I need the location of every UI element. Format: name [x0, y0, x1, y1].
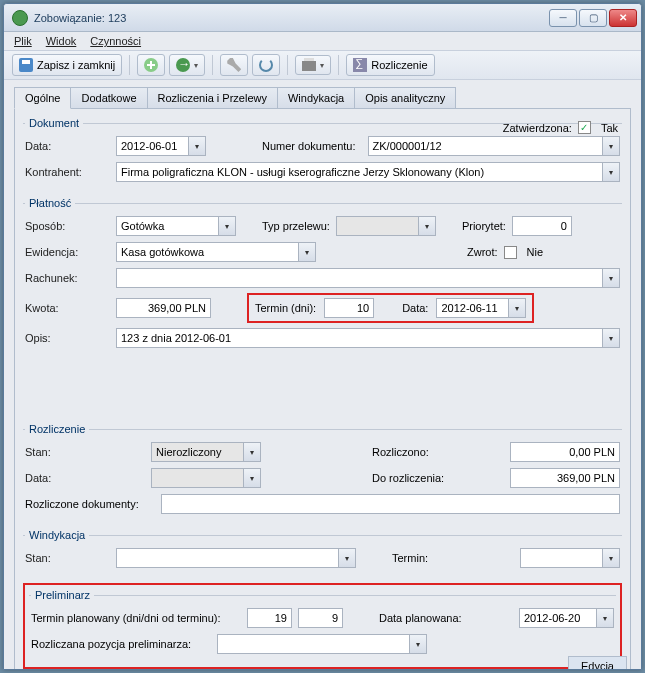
rozliczenie-legend: Rozliczenie: [25, 423, 89, 435]
chevron-down-icon[interactable]: ▾: [418, 217, 435, 235]
tab-rozliczenia[interactable]: Rozliczenia i Przelewy: [147, 87, 278, 109]
termin-label: Termin (dni):: [255, 302, 316, 314]
calc-icon: [353, 58, 367, 72]
tools-button[interactable]: [220, 54, 248, 76]
rozl-dok-label: Rozliczone dokumenty:: [25, 498, 155, 510]
arrow-right-icon: [176, 58, 190, 72]
rachunek-field[interactable]: ▾: [116, 268, 620, 288]
windykacja-legend: Windykacja: [25, 529, 89, 541]
pozycja-field[interactable]: ▾: [217, 634, 427, 654]
tab-ogolne[interactable]: Ogólne: [14, 87, 71, 109]
termin-od-field[interactable]: [298, 608, 343, 628]
sposob-label: Sposób:: [25, 220, 110, 232]
chevron-down-icon[interactable]: ▾: [602, 549, 619, 567]
rozliczono-field[interactable]: [510, 442, 620, 462]
rozl-data-label: Data:: [25, 472, 145, 484]
typ-label: Typ przelewu:: [262, 220, 330, 232]
windykacja-group: Windykacja Stan: ▾ Termin: ▾: [23, 529, 622, 577]
next-button[interactable]: ▾: [169, 54, 205, 76]
chevron-down-icon[interactable]: ▾: [596, 609, 613, 627]
toolbar: Zapisz i zamknij ▾ ▾ Rozliczenie: [4, 50, 641, 80]
opis-field[interactable]: 123 z dnia 2012-06-01▾: [116, 328, 620, 348]
termin-dni-field[interactable]: [247, 608, 292, 628]
zwrot-label: Zwrot:: [467, 246, 498, 258]
chevron-down-icon[interactable]: ▾: [218, 217, 235, 235]
platnosc-data-field[interactable]: 2012-06-11▾: [436, 298, 526, 318]
stan-field[interactable]: Nierozliczony▾: [151, 442, 261, 462]
chevron-down-icon[interactable]: ▾: [338, 549, 355, 567]
data-plan-field[interactable]: 2012-06-20▾: [519, 608, 614, 628]
chevron-down-icon[interactable]: ▾: [602, 329, 619, 347]
chevron-down-icon[interactable]: ▾: [188, 137, 205, 155]
window-title: Zobowiązanie: 123: [34, 12, 549, 24]
wind-termin-field[interactable]: ▾: [520, 548, 620, 568]
termin-plan-label: Termin planowany (dni/dni od terminu):: [31, 612, 241, 624]
save-label: Zapisz i zamknij: [37, 59, 115, 71]
titlebar: Zobowiązanie: 123 ─ ▢ ✕: [4, 4, 641, 32]
do-rozl-field[interactable]: [510, 468, 620, 488]
numer-label: Numer dokumentu:: [262, 140, 356, 152]
dokument-group: Dokument Zatwierdzona: ✓ Tak Data: 2012-…: [23, 117, 622, 191]
pozycja-label: Rozliczana pozycja preliminarza:: [31, 638, 211, 650]
menu-czynnosci[interactable]: Czynności: [90, 35, 141, 47]
data-plan-label: Data planowana:: [379, 612, 462, 624]
rozliczenie-label: Rozliczenie: [371, 59, 427, 71]
chevron-down-icon[interactable]: ▾: [602, 163, 619, 181]
opis-label: Opis:: [25, 332, 110, 344]
zatwierdzona-checkbox[interactable]: ✓: [578, 121, 591, 134]
chevron-down-icon[interactable]: ▾: [409, 635, 426, 653]
tab-windykacja[interactable]: Windykacja: [277, 87, 355, 109]
kwota-label: Kwota:: [25, 302, 110, 314]
rozliczenie-button[interactable]: Rozliczenie: [346, 54, 434, 76]
sposob-field[interactable]: Gotówka▾: [116, 216, 236, 236]
chevron-down-icon[interactable]: ▾: [243, 443, 260, 461]
platnosc-legend: Płatność: [25, 197, 75, 209]
menu-widok[interactable]: Widok: [46, 35, 77, 47]
platnosc-data-label: Data:: [402, 302, 428, 314]
termin-field[interactable]: [324, 298, 374, 318]
numer-field[interactable]: ZK/000001/12▾: [368, 136, 620, 156]
window: Zobowiązanie: 123 ─ ▢ ✕ Plik Widok Czynn…: [3, 3, 642, 670]
minimize-button[interactable]: ─: [549, 9, 577, 27]
ewidencja-field[interactable]: Kasa gotówkowa▾: [116, 242, 316, 262]
save-close-button[interactable]: Zapisz i zamknij: [12, 54, 122, 76]
zatwierdzona-tak: Tak: [601, 122, 618, 134]
typ-field[interactable]: ▾: [336, 216, 436, 236]
dokument-legend: Dokument: [25, 117, 83, 129]
save-icon: [19, 58, 33, 72]
tab-dodatkowe[interactable]: Dodatkowe: [70, 87, 147, 109]
menu-plik[interactable]: Plik: [14, 35, 32, 47]
rozliczenie-group: Rozliczenie Stan: Nierozliczony▾ Rozlicz…: [23, 423, 622, 523]
plus-icon: [144, 58, 158, 72]
chevron-down-icon[interactable]: ▾: [243, 469, 260, 487]
close-button[interactable]: ✕: [609, 9, 637, 27]
tab-opis[interactable]: Opis analityczny: [354, 87, 456, 109]
zwrot-nie: Nie: [527, 246, 544, 258]
chevron-down-icon[interactable]: ▾: [508, 299, 525, 317]
rozl-dok-field[interactable]: [161, 494, 620, 514]
status-bar: Edycja: [568, 656, 627, 670]
data-field[interactable]: 2012-06-01▾: [116, 136, 206, 156]
priorytet-label: Priorytet:: [462, 220, 506, 232]
kontrahent-label: Kontrahent:: [25, 166, 110, 178]
zwrot-checkbox[interactable]: ✓: [504, 246, 517, 259]
chevron-down-icon[interactable]: ▾: [602, 269, 619, 287]
preliminarz-group: Preliminarz Termin planowany (dni/dni od…: [29, 589, 616, 663]
priorytet-field[interactable]: [512, 216, 572, 236]
wind-stan-field[interactable]: ▾: [116, 548, 356, 568]
do-rozl-label: Do rozliczenia:: [372, 472, 444, 484]
platnosc-group: Płatność Sposób: Gotówka▾ Typ przelewu: …: [23, 197, 622, 357]
refresh-icon: [259, 58, 273, 72]
kwota-field[interactable]: [116, 298, 211, 318]
chevron-down-icon[interactable]: ▾: [298, 243, 315, 261]
zatwierdzona-label: Zatwierdzona:: [503, 122, 572, 134]
refresh-button[interactable]: [252, 54, 280, 76]
tools-icon: [227, 58, 241, 72]
wind-stan-label: Stan:: [25, 552, 110, 564]
chevron-down-icon[interactable]: ▾: [602, 137, 619, 155]
new-button[interactable]: [137, 54, 165, 76]
rozl-data-field[interactable]: ▾: [151, 468, 261, 488]
maximize-button[interactable]: ▢: [579, 9, 607, 27]
kontrahent-field[interactable]: Firma poligraficzna KLON - usługi kserog…: [116, 162, 620, 182]
print-button[interactable]: ▾: [295, 55, 331, 75]
